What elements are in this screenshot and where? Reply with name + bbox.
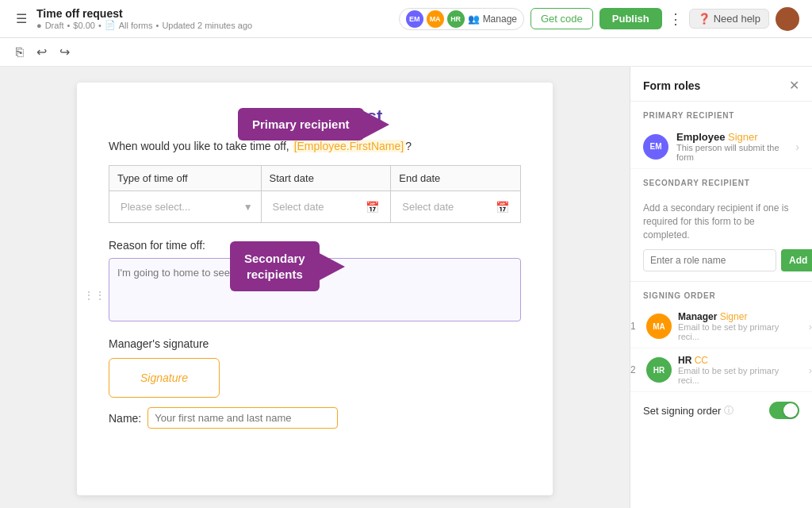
add-role-row: Add [643,249,799,271]
copy-button[interactable]: ⎘ [13,42,27,63]
canvas-area: Primary recipient Secondaryrecipients ⋮⋮… [0,67,630,508]
signing-info-1: Manager Signer Email to be set by primar… [678,311,802,341]
primary-recipient-annotation: Primary recipient [238,108,364,140]
col-end: End date [391,166,521,191]
primary-role-type: Signer [728,131,758,143]
redo-button[interactable]: ↪ [56,41,73,63]
header-left: ☰ Time off request ● Draft • $0.00 • 📄 A… [13,7,393,30]
signing-desc-1: Email to be set by primary reci... [678,322,802,341]
app-subtitle: ● Draft • $0.00 • 📄 All forms • Updated … [36,20,252,30]
signing-name-1: Manager Signer [678,311,802,322]
avatar-group[interactable]: EM MA HR 👥 Manage [399,8,524,30]
start-cell[interactable]: Select date 📅 [261,191,391,223]
toggle-label: Set signing order ⓘ [643,404,733,418]
separator2: • [98,21,102,30]
signing-desc-2: Email to be set by primary reci... [678,366,802,385]
avatar-em: EM [406,10,423,28]
signing-type-1: Signer [720,311,748,322]
panel-title: Form roles [643,79,700,92]
manage-button[interactable]: 👥 Manage [468,13,517,25]
form-question: When would you like to take time off, [E… [109,140,521,152]
user-avatar[interactable] [776,7,799,31]
signing-item-1[interactable]: 1 MA Manager Signer Email to be set by p… [630,305,812,348]
primary-role-desc: This person will submit the form [676,143,787,162]
signature-section-label: Manager's signature [109,337,521,350]
panel-header: Form roles ✕ [630,67,812,102]
title-block: Time off request ● Draft • $0.00 • 📄 All… [36,7,252,30]
calendar-icon-end: 📅 [496,201,509,214]
dropdown-icon: ▼ [243,202,253,213]
primary-section-label: PRIMARY RECIPIENT [630,102,812,125]
primary-role-item[interactable]: EM Employee Signer This person will subm… [630,125,812,169]
name-label: Name: [109,412,141,425]
app-title: Time off request [36,7,252,20]
form-table: Type of time off Start date End date Ple… [109,165,521,223]
primary-role-info: Employee Signer This person will submit … [676,131,787,162]
chevron-right-icon: › [795,140,799,153]
main: Primary recipient Secondaryrecipients ⋮⋮… [0,67,812,508]
signature-label: Signature [140,371,188,384]
primary-role-avatar: EM [643,134,668,160]
signing-item-2[interactable]: 2 HR HR CC Email to be set by primary re… [630,348,812,392]
calendar-icon-start: 📅 [366,201,379,214]
signing-type-2: CC [695,355,708,366]
chevron-signing-1: › [809,321,812,333]
primary-arrow-box: Primary recipient [238,108,364,140]
signing-order-list: 1 MA Manager Signer Email to be set by p… [630,305,812,392]
more-options-button[interactable]: ⋮ [668,10,683,28]
table-row: Please select... ▼ Select date 📅 [109,191,521,223]
col-type: Type of time off [109,166,262,191]
status-label: Draft [45,21,64,30]
secondary-desc: Add a secondary recipient if one is requ… [643,202,799,241]
secondary-section-label: SECONDARY RECIPIENT [630,169,812,192]
secondary-recipients-annotation: Secondaryrecipients [230,241,320,291]
close-panel-button[interactable]: ✕ [789,78,799,93]
signing-num-1: 1 [630,321,640,332]
drag-handle[interactable]: ⋮⋮ [83,289,105,302]
name-row: Name: [109,407,521,429]
separator3: • [156,21,159,30]
employee-placeholder: [Employee.FirstName] [293,140,405,152]
header-right: EM MA HR 👥 Manage Get code Publish ⋮ ❓ N… [399,7,799,31]
avatar-ma: MA [427,10,444,28]
updated-label: Updated 2 minutes ago [162,21,252,30]
toggle-row: Set signing order ⓘ [630,392,812,429]
secondary-arrow-box: Secondaryrecipients [230,241,320,291]
add-role-button[interactable]: Add [781,249,812,271]
toggle-switch[interactable] [769,402,799,419]
forms-label: All forms [119,21,153,30]
help-button[interactable]: ❓ Need help [689,9,769,29]
signing-info-2: HR CC Email to be set by primary reci... [678,355,802,385]
col-start: Start date [261,166,391,191]
separator: • [67,21,71,30]
question-icon: ❓ [698,13,710,25]
signing-order-section-label: SIGNING ORDER [630,282,812,305]
role-name-input[interactable] [643,249,776,271]
type-cell: Please select... ▼ [109,191,262,223]
end-cell[interactable]: Select date 📅 [391,191,521,223]
primary-role-name: Employee Signer [676,131,787,143]
undo-button[interactable]: ↩ [33,41,50,63]
price-label: $0.00 [73,21,95,30]
header: ☰ Time off request ● Draft • $0.00 • 📄 A… [0,0,812,38]
type-select[interactable]: Please select... [117,198,243,216]
publish-button[interactable]: Publish [599,8,662,29]
toolbar: ⎘ ↩ ↪ [0,38,812,67]
draft-icon: ● [36,21,42,30]
signature-box[interactable]: Signature [109,358,220,398]
toggle-knob [783,403,798,418]
info-icon[interactable]: ⓘ [724,404,733,418]
end-date-field[interactable]: Select date 📅 [396,198,515,217]
signing-avatar-hr: HR [646,357,672,383]
get-code-button[interactable]: Get code [530,8,593,29]
name-input[interactable] [147,407,338,429]
signing-name-2: HR CC [678,355,802,366]
forms-icon: 📄 [105,20,116,30]
signing-avatar-ma: MA [646,314,672,339]
signing-num-2: 2 [630,364,640,375]
avatar-hr: HR [447,10,465,28]
people-icon: 👥 [468,13,480,25]
menu-button[interactable]: ☰ [13,8,30,29]
secondary-section: Add a secondary recipient if one is requ… [630,192,812,282]
start-date-field[interactable]: Select date 📅 [266,198,386,217]
